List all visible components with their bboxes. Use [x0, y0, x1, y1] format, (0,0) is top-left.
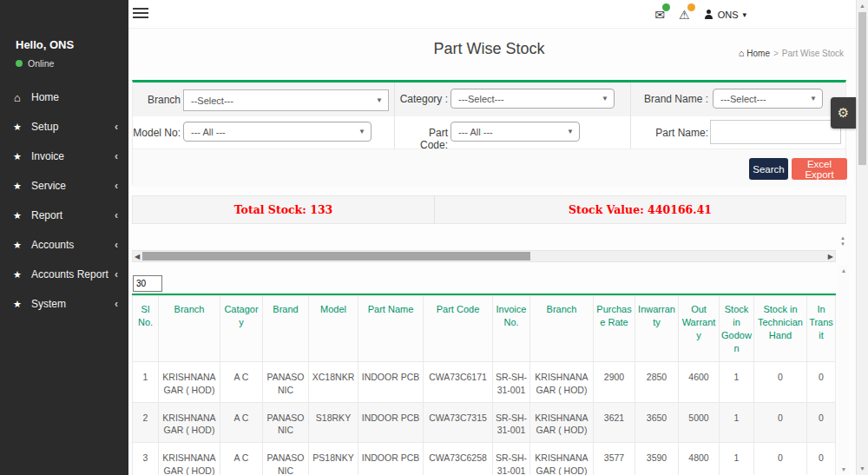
table-cell: KRISHNANAGAR ( HOD) [530, 443, 594, 475]
spinner-up-icon[interactable]: ▲ [840, 235, 845, 241]
part-code-select-value: --- All --- [458, 127, 493, 137]
horizontal-scrollbar[interactable]: ◀ ▶ [132, 250, 836, 262]
alerts-icon[interactable]: ⚠ [679, 8, 690, 22]
chevron-down-icon: ▼ [810, 95, 817, 102]
search-button[interactable]: Search [749, 158, 788, 180]
scroll-down-icon[interactable]: ▼ [841, 466, 847, 472]
table-cell: INDOOR PCB [358, 402, 424, 442]
sidebar-item-accounts[interactable]: ★Accounts‹ [0, 230, 128, 260]
hamburger-menu-icon[interactable] [133, 8, 148, 21]
brand-name-select-value: ---Select--- [720, 94, 766, 104]
scroll-up-icon[interactable]: ▲ [841, 267, 847, 274]
scroll-up-icon[interactable]: ▲ [857, 3, 868, 9]
chevron-down-icon: ▼ [567, 128, 574, 135]
column-header: Brand [263, 296, 309, 362]
breadcrumb-home-link[interactable]: ⌂ Home [739, 48, 770, 58]
scroll-right-icon[interactable]: ▶ [828, 252, 833, 262]
sidebar-item-invoice[interactable]: ★Invoice‹ [0, 142, 128, 171]
table-cell: PANASONIC [263, 443, 309, 475]
online-status: Online [16, 58, 128, 69]
sidebar-item-report[interactable]: ★Report‹ [0, 201, 128, 230]
table-cell: S18RKY [309, 402, 358, 442]
table-cell: 0 [754, 362, 807, 402]
column-header: Out Warranty [679, 296, 720, 362]
chevron-left-icon: ‹ [115, 239, 118, 251]
sidebar-item-setup[interactable]: ★Setup‹ [0, 112, 128, 142]
excel-export-button[interactable]: Excel Export [792, 158, 847, 180]
table-row: 2KRISHNANAGAR ( HOD)A CPANASONICS18RKYIN… [133, 402, 836, 442]
scroll-down-icon[interactable]: ▼ [857, 465, 868, 472]
part-code-select[interactable]: --- All --- ▼ [450, 122, 580, 142]
horizontal-scrollbar-thumb[interactable] [142, 252, 530, 261]
user-icon [704, 10, 713, 19]
table-cell: INDOOR PCB [358, 362, 424, 402]
topbar-icons: ✉ ⚠ ONS ▾ [654, 0, 746, 29]
home-icon: ⌂ [739, 48, 745, 58]
table-row: 1KRISHNANAGAR ( HOD)A CPANASONICXC18NKRI… [133, 362, 836, 402]
sidebar-item-home[interactable]: ⌂Home [0, 82, 128, 112]
messages-icon[interactable]: ✉ [654, 8, 665, 22]
table-row: 3KRISHNANAGAR ( HOD)A CPANASONICPS18NKYI… [133, 443, 836, 475]
branch-select[interactable]: --Select--- ▼ [183, 89, 389, 111]
branch-select-value: --Select--- [191, 96, 233, 106]
table-cell: 1 [133, 362, 159, 402]
table-cell: PANASONIC [263, 402, 309, 442]
table-cell: 5000 [679, 402, 720, 442]
table-cell: 0 [807, 443, 836, 475]
column-header: In Transit [807, 296, 836, 362]
chevron-down-icon: ▼ [358, 128, 365, 135]
table-cell: A C [220, 362, 263, 402]
user-menu[interactable]: ONS ▾ [704, 10, 746, 20]
sidebar-item-service[interactable]: ★Service‹ [0, 171, 128, 201]
sidebar-item-label: Report [31, 209, 62, 221]
table-cell: KRISHNANAGAR ( HOD) [159, 402, 220, 442]
model-no-select-value: --- All --- [191, 127, 226, 137]
settings-panel-toggle[interactable]: ⚙ [831, 97, 856, 129]
part-name-input[interactable] [710, 120, 841, 144]
breadcrumb-separator: > [773, 49, 779, 58]
table-cell: 3577 [594, 443, 635, 475]
table-cell: KRISHNANAGAR ( HOD) [530, 402, 594, 442]
sidebar-item-label: Setup [31, 121, 58, 133]
table-cell: 1 [720, 443, 754, 475]
model-no-select[interactable]: --- All --- ▼ [183, 122, 372, 142]
brand-name-select[interactable]: ---Select--- ▼ [713, 89, 823, 109]
online-status-label: Online [28, 58, 54, 69]
scroll-left-icon[interactable]: ◀ [135, 252, 140, 262]
page-scrollbar[interactable]: ▲ ▼ [856, 0, 868, 475]
chevron-down-icon: ▼ [376, 96, 383, 104]
column-header: Part Name [358, 296, 424, 362]
messages-badge [662, 3, 670, 11]
part-name-label: Part Name: [635, 127, 708, 139]
page-size-input[interactable] [133, 275, 162, 292]
chevron-left-icon: ‹ [115, 180, 118, 192]
table-cell: CWA73C7315 [424, 402, 493, 442]
table-vertical-scrollbar[interactable]: ▲ ▼ [838, 265, 849, 475]
table-cell: XC18NKR [309, 362, 358, 402]
sidebar-item-system[interactable]: ★System‹ [0, 289, 128, 319]
chevron-left-icon: ‹ [115, 268, 118, 280]
table-cell: 2900 [594, 362, 635, 402]
table-cell: 3621 [594, 402, 635, 442]
breadcrumb-home-label: Home [746, 49, 770, 58]
table-cell: CWA73C6258 [424, 443, 493, 475]
table-cell: 3590 [635, 443, 679, 475]
stock-table-container: Sl No.BranchCatagoryBrandModelPart NameP… [132, 294, 836, 475]
table-cell: SR-SH-31-001 [493, 362, 530, 402]
stock-table: Sl No.BranchCatagoryBrandModelPart NameP… [132, 295, 836, 475]
sidebar-item-accounts-report[interactable]: ★Accounts Report‹ [0, 260, 128, 289]
sidebar-item-label: System [31, 298, 66, 310]
divider [630, 82, 631, 148]
category-select[interactable]: ---Select--- ▼ [450, 89, 615, 109]
category-select-value: ---Select--- [458, 94, 504, 104]
stock-value: Stock Value: 440166.41 [435, 196, 845, 223]
spinner-arrows[interactable]: ▲ ▼ [838, 235, 848, 247]
chevron-down-icon: ▼ [602, 95, 608, 102]
summary-bar: Total Stock: 133 Stock Value: 440166.41 [132, 195, 846, 224]
table-cell: 3 [133, 443, 159, 475]
table-cell: 4800 [679, 443, 720, 475]
sidebar-item-label: Accounts Report [31, 268, 108, 280]
star-icon: ★ [11, 181, 23, 192]
page-scrollbar-thumb[interactable] [858, 12, 866, 165]
spinner-down-icon[interactable]: ▼ [840, 241, 845, 247]
